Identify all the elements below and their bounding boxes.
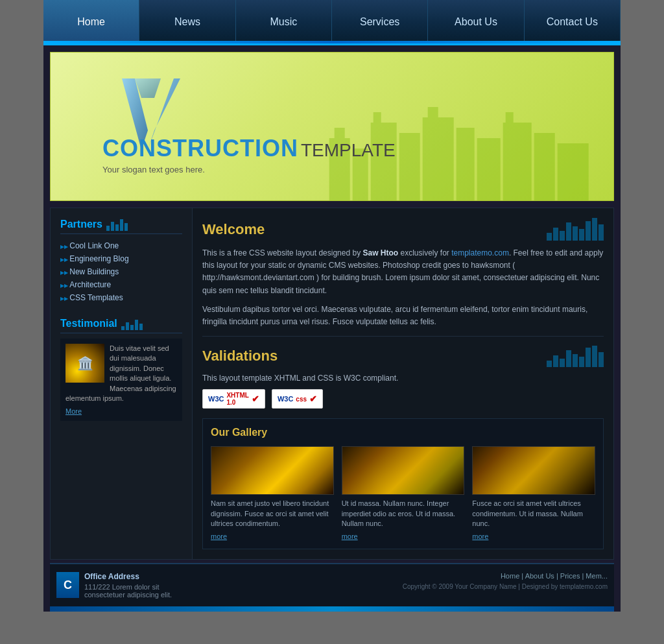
partner-link-4[interactable]: CSS Templates <box>60 291 182 304</box>
gallery-thumb-0[interactable] <box>211 446 334 495</box>
welcome-header: Welcome <box>202 218 604 241</box>
partners-section-title: Partners <box>60 218 182 234</box>
nav-item-music[interactable]: Music <box>236 0 332 43</box>
navigation: HomeNewsMusicServicesAbout UsContact Us <box>43 0 621 45</box>
header-banner: CONSTRUCTIONTEMPLATE Your slogan text go… <box>50 52 614 201</box>
w3c-logo-2: W3C <box>278 395 293 403</box>
vcity-b8 <box>592 346 597 367</box>
city-b1 <box>547 233 552 241</box>
footer-address: Office Address 111/222 Lorem dolor sit c… <box>84 572 199 599</box>
partner-link-1[interactable]: Engineering Blog <box>60 252 182 265</box>
validations-title: Validations <box>202 348 278 364</box>
gallery-caption-2: Fusce ac orci sit amet velit ultrices co… <box>472 499 595 529</box>
partner-link-2[interactable]: New Buildings <box>60 265 182 278</box>
vcity-b2 <box>553 355 558 367</box>
svg-rect-6 <box>422 117 453 200</box>
city-b2 <box>553 228 558 241</box>
validations-text: This layout template XHTML and CSS is W3… <box>202 374 604 383</box>
footer-address-title: Office Address <box>84 572 199 581</box>
sidebar: Partners Cool Link OneEngineering BlogNe… <box>50 208 193 560</box>
footer: C Office Address 111/222 Lorem dolor sit… <box>50 563 614 606</box>
nav-item-services[interactable]: Services <box>332 0 428 43</box>
gallery-more-link-0[interactable]: more <box>211 532 227 540</box>
vcity-b7 <box>586 348 591 367</box>
gallery-item-2: Fusce ac orci sit amet velit ultrices co… <box>472 446 595 541</box>
vcity-b5 <box>573 354 578 367</box>
mini-bar-4 <box>120 219 123 231</box>
gallery-more-link-1[interactable]: more <box>342 532 358 540</box>
welcome-paragraph-2: Vestibulum dapibus tortor vel orci. Maec… <box>202 304 604 328</box>
svg-rect-4 <box>373 112 381 125</box>
mini-bar-1 <box>106 226 110 231</box>
gallery-thumb-2[interactable] <box>472 446 595 495</box>
svg-rect-7 <box>427 107 438 120</box>
footer-logo: C <box>56 572 79 598</box>
partners-label: Partners <box>60 219 102 230</box>
section-divider-1 <box>202 336 604 337</box>
city-b7 <box>586 221 591 241</box>
mini-bar-2 <box>111 222 114 231</box>
testimonial-section-title: Testimonial <box>60 317 182 333</box>
gallery-title: Our Gallery <box>211 427 595 438</box>
banner-slogan: Your slogan text goes here. <box>102 165 396 174</box>
footer-right: Home | About Us | Prices | Mem... Copyri… <box>199 572 608 599</box>
validations-header: Validations <box>202 344 604 367</box>
testimonial-chart-icon <box>121 317 143 330</box>
nav-item-news[interactable]: News <box>139 0 235 43</box>
w3c-xhtml-badge: W3C XHTML1.0 ✔ <box>202 389 265 409</box>
partners-chart-icon <box>106 218 128 231</box>
gallery-caption-1: Ut id massa. Nullam nunc. Integer imperd… <box>342 499 465 529</box>
city-b4 <box>566 222 571 241</box>
svg-rect-12 <box>534 133 554 200</box>
w3c-css-badge: W3C css ✔ <box>272 389 323 409</box>
testimonial-image: 🏛️ <box>65 344 104 383</box>
w3c-logo-1: W3C <box>208 395 224 403</box>
partner-link-3[interactable]: Architecture <box>60 278 182 291</box>
partner-link-0[interactable]: Cool Link One <box>60 239 182 252</box>
testimonial-more-link[interactable]: More <box>65 407 82 415</box>
partners-list: Cool Link OneEngineering BlogNew Buildin… <box>60 239 182 304</box>
welcome-paragraph-1: This is a free CSS website layout design… <box>202 247 604 297</box>
mini-bar-7 <box>126 322 129 330</box>
validation-badges: W3C XHTML1.0 ✔ W3C css ✔ <box>202 389 604 409</box>
welcome-title: Welcome <box>202 221 265 238</box>
svg-rect-11 <box>505 112 513 125</box>
main-content: Welcome This is a free CSS website layou… <box>193 208 614 560</box>
xhtml-type: XHTML1.0 <box>226 392 248 406</box>
gallery-thumb-inner-2 <box>473 447 595 494</box>
svg-rect-8 <box>456 128 474 200</box>
nav-item-about-us[interactable]: About Us <box>428 0 524 43</box>
gallery-thumb-1[interactable] <box>342 446 465 495</box>
mini-bar-6 <box>121 326 124 330</box>
banner-title-construction: CONSTRUCTION <box>102 135 298 161</box>
nav-item-home[interactable]: Home <box>43 0 139 43</box>
templatemo-link[interactable]: templatemo.com <box>451 248 509 257</box>
mini-bar-9 <box>135 320 138 330</box>
city-b8 <box>592 218 597 241</box>
mini-bar-10 <box>139 324 143 330</box>
footer-address-text: 111/222 Lorem dolor sit consectetuer adi… <box>84 583 199 599</box>
testimonial-image-inner: 🏛️ <box>65 344 104 383</box>
gallery-more-link-2[interactable]: more <box>472 532 488 540</box>
content-area: Partners Cool Link OneEngineering BlogNe… <box>50 208 614 560</box>
banner-text: CONSTRUCTIONTEMPLATE Your slogan text go… <box>102 135 396 174</box>
mini-bar-3 <box>115 224 119 231</box>
welcome-city-icon <box>547 218 604 241</box>
footer-links: Home | About Us | Prices | Mem... <box>199 572 608 580</box>
css-type: css <box>296 396 307 403</box>
city-b5 <box>573 226 578 241</box>
svg-rect-10 <box>503 123 531 200</box>
gallery-caption-0: Nam sit amet justo vel libero tincidunt … <box>211 499 334 529</box>
city-b9 <box>599 224 604 241</box>
svg-rect-13 <box>557 143 588 200</box>
vcity-b3 <box>560 359 565 367</box>
vcity-b9 <box>599 352 604 367</box>
gallery-thumb-inner-1 <box>342 447 464 494</box>
nav-item-contact-us[interactable]: Contact Us <box>525 0 621 43</box>
footer-left: C Office Address 111/222 Lorem dolor sit… <box>56 572 199 599</box>
gallery-grid: Nam sit amet justo vel libero tincidunt … <box>211 446 595 541</box>
testimonial-box: 🏛️ Duis vitae velit sed dui malesuada di… <box>60 339 182 421</box>
gallery-section: Our Gallery Nam sit amet justo vel liber… <box>202 418 604 549</box>
gallery-thumb-inner-0 <box>211 447 333 494</box>
footer-copyright: Copyright © 2009 Your Company Name | Des… <box>199 583 608 590</box>
